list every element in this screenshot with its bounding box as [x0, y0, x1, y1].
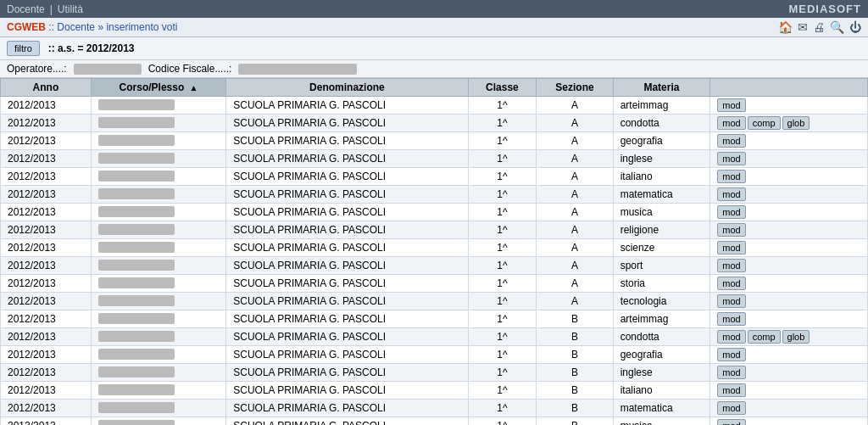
cell-corso [91, 346, 225, 364]
mod-button[interactable]: mod [717, 205, 745, 219]
glob-button[interactable]: glob [782, 116, 810, 130]
cell-classe: 1^ [468, 97, 537, 115]
mod-button[interactable]: mod [717, 330, 745, 344]
mod-button[interactable]: mod [717, 152, 745, 165]
top-bar: Docente | Utilità MEDIASOFT [0, 0, 868, 18]
home-icon[interactable]: 🏠 [778, 20, 793, 34]
cell-corso [91, 417, 225, 426]
operator-name [74, 64, 142, 75]
mod-button[interactable]: mod [717, 241, 745, 254]
table-container: Anno Corso/Plesso ▲ Denominazione Classe… [0, 78, 868, 425]
filter-bar: filtro :: a.s. = 2012/2013 [0, 37, 868, 60]
cell-sezione: A [537, 115, 613, 132]
table-row: 2012/2013 SCUOLA PRIMARIA G. PASCOLI1^Am… [1, 204, 868, 221]
comp-button[interactable]: comp [748, 116, 781, 130]
cell-classe: 1^ [468, 221, 537, 239]
mod-button[interactable]: mod [717, 277, 745, 290]
print-icon[interactable]: 🖨 [813, 20, 825, 34]
operator-bar: Operatore....: Codice Fiscale.....: [0, 60, 868, 78]
cell-denom: SCUOLA PRIMARIA G. PASCOLI [226, 293, 468, 310]
cell-materia: musica [613, 417, 710, 426]
power-icon[interactable]: ⏻ [849, 20, 861, 34]
mod-button[interactable]: mod [717, 312, 745, 326]
table-row: 2012/2013 SCUOLA PRIMARIA G. PASCOLI1^Ba… [1, 310, 868, 328]
cell-actions: modcompglob [710, 115, 868, 132]
operator-label: Operatore....: [7, 63, 67, 75]
table-row: 2012/2013 SCUOLA PRIMARIA G. PASCOLI1^Ac… [1, 115, 868, 132]
cell-corso [91, 204, 225, 221]
cell-actions: mod [710, 364, 868, 382]
table-row: 2012/2013 SCUOLA PRIMARIA G. PASCOLI1^Am… [1, 186, 868, 204]
cell-classe: 1^ [468, 204, 537, 221]
top-menu[interactable]: Docente | Utilità [7, 3, 83, 15]
col-anno[interactable]: Anno [1, 79, 92, 97]
search-icon[interactable]: 🔍 [830, 20, 844, 34]
cell-sezione: B [537, 328, 613, 346]
mod-button[interactable]: mod [717, 134, 745, 148]
cell-anno: 2012/2013 [1, 132, 92, 150]
cell-corso [91, 132, 225, 150]
cell-anno: 2012/2013 [1, 328, 92, 346]
cell-materia: scienze [613, 239, 710, 257]
mod-button[interactable]: mod [717, 116, 745, 130]
comp-button[interactable]: comp [748, 330, 781, 344]
mod-button[interactable]: mod [717, 401, 745, 415]
table-row: 2012/2013 SCUOLA PRIMARIA G. PASCOLI1^As… [1, 275, 868, 293]
table-row: 2012/2013 SCUOLA PRIMARIA G. PASCOLI1^As… [1, 257, 868, 275]
mod-button[interactable]: mod [717, 259, 745, 272]
cell-anno: 2012/2013 [1, 293, 92, 310]
cell-denom: SCUOLA PRIMARIA G. PASCOLI [226, 328, 468, 346]
cell-materia: arteimmag [613, 97, 710, 115]
cell-corso [91, 97, 225, 115]
mod-button[interactable]: mod [717, 419, 745, 425]
cell-anno: 2012/2013 [1, 257, 92, 275]
col-denom[interactable]: Denominazione [226, 79, 468, 97]
mod-button[interactable]: mod [717, 294, 745, 308]
mod-button[interactable]: mod [717, 223, 745, 237]
cell-actions: mod [710, 204, 868, 221]
cell-corso [91, 221, 225, 239]
cell-classe: 1^ [468, 257, 537, 275]
filter-button[interactable]: filtro [7, 41, 40, 56]
cell-denom: SCUOLA PRIMARIA G. PASCOLI [226, 364, 468, 382]
menu-docente[interactable]: Docente [7, 3, 45, 15]
cell-classe: 1^ [468, 186, 537, 204]
cell-denom: SCUOLA PRIMARIA G. PASCOLI [226, 132, 468, 150]
cell-anno: 2012/2013 [1, 275, 92, 293]
mod-button[interactable]: mod [717, 348, 745, 361]
col-materia[interactable]: Materia [613, 79, 710, 97]
cell-materia: sport [613, 257, 710, 275]
nav-icons[interactable]: 🏠 ✉ 🖨 🔍 ⏻ [778, 20, 861, 34]
mod-button[interactable]: mod [717, 187, 745, 201]
cell-anno: 2012/2013 [1, 382, 92, 400]
cell-classe: 1^ [468, 346, 537, 364]
mod-button[interactable]: mod [717, 170, 745, 183]
cell-classe: 1^ [468, 168, 537, 186]
cell-anno: 2012/2013 [1, 115, 92, 132]
cell-anno: 2012/2013 [1, 186, 92, 204]
cell-sezione: B [537, 364, 613, 382]
table-row: 2012/2013 SCUOLA PRIMARIA G. PASCOLI1^As… [1, 239, 868, 257]
cell-denom: SCUOLA PRIMARIA G. PASCOLI [226, 382, 468, 400]
cell-denom: SCUOLA PRIMARIA G. PASCOLI [226, 204, 468, 221]
cell-materia: matematica [613, 400, 710, 417]
table-row: 2012/2013 SCUOLA PRIMARIA G. PASCOLI1^At… [1, 293, 868, 310]
cell-actions: mod [710, 97, 868, 115]
glob-button[interactable]: glob [782, 330, 810, 344]
mod-button[interactable]: mod [717, 366, 745, 379]
filter-text: :: a.s. = 2012/2013 [48, 42, 135, 54]
col-sezione[interactable]: Sezione [537, 79, 613, 97]
mod-button[interactable]: mod [717, 98, 745, 112]
cell-classe: 1^ [468, 239, 537, 257]
col-classe[interactable]: Classe [468, 79, 537, 97]
table-row: 2012/2013 SCUOLA PRIMARIA G. PASCOLI1^Ag… [1, 132, 868, 150]
mod-button[interactable]: mod [717, 383, 745, 397]
envelope-icon[interactable]: ✉ [798, 20, 808, 34]
cell-anno: 2012/2013 [1, 417, 92, 426]
cell-corso [91, 328, 225, 346]
cell-classe: 1^ [468, 275, 537, 293]
col-corso[interactable]: Corso/Plesso ▲ [91, 79, 225, 97]
menu-utilita[interactable]: Utilità [58, 3, 83, 15]
cell-classe: 1^ [468, 293, 537, 310]
cell-sezione: B [537, 346, 613, 364]
